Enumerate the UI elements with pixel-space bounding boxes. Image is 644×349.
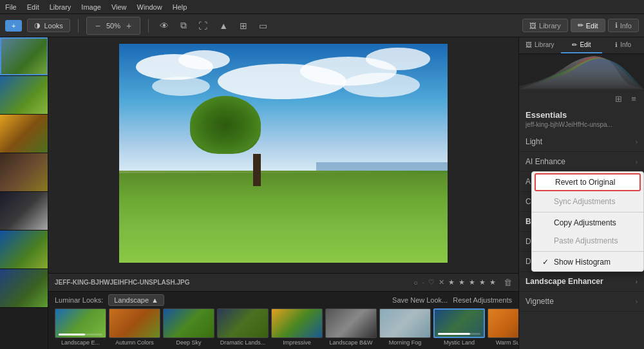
right-tab-info[interactable]: ℹ Info xyxy=(602,37,644,53)
menu-edit[interactable]: Edit xyxy=(27,3,39,11)
context-label-revert: Revert to Original xyxy=(555,178,615,187)
right-tab-library[interactable]: 🖼 Library xyxy=(519,37,561,53)
star-3[interactable]: ★ xyxy=(469,278,475,287)
panel-item-ai-enhance[interactable]: AI Enhance › xyxy=(519,152,644,172)
look-thumb-impressive xyxy=(271,308,323,338)
filmstrip-thumb-5[interactable] xyxy=(0,192,48,231)
context-menu-paste[interactable]: Paste Adjustments xyxy=(532,232,643,250)
filmstrip-thumb-1[interactable] xyxy=(0,37,48,76)
look-autumn[interactable]: Autumn Colors xyxy=(109,308,160,346)
menu-window[interactable]: Window xyxy=(137,3,162,11)
filmstrip-thumb-6[interactable] xyxy=(0,231,48,269)
category-dropdown[interactable]: Landscape ▲ xyxy=(108,294,164,306)
library-icon: 🖼 xyxy=(529,22,536,30)
add-button[interactable]: + xyxy=(5,20,22,32)
star-1[interactable]: ★ xyxy=(448,278,455,287)
plus-icon: + xyxy=(12,22,15,30)
info-icon: ℹ xyxy=(615,21,618,30)
info-tab-label: Info xyxy=(620,41,631,48)
library-tab-label: Library xyxy=(535,41,554,48)
eye-button[interactable]: 👁 xyxy=(156,19,172,32)
look-bw[interactable]: Landscape B&W xyxy=(325,308,377,346)
menu-file[interactable]: File xyxy=(5,3,17,11)
crop-button[interactable]: ⛶ xyxy=(195,19,211,32)
filmstrip-thumb-4[interactable] xyxy=(0,153,48,192)
zoom-minus-button[interactable]: − xyxy=(92,19,104,32)
context-menu-revert[interactable]: Revert to Original xyxy=(535,173,641,191)
star-4[interactable]: ★ xyxy=(479,278,486,287)
tab-edit[interactable]: ✏ Edit xyxy=(571,19,605,32)
save-new-look-button[interactable]: Save New Look... xyxy=(392,296,448,304)
zoom-plus-button[interactable]: + xyxy=(123,19,135,32)
look-impressive[interactable]: Impressive xyxy=(271,308,323,346)
sliders-icon[interactable]: ≡ xyxy=(627,92,640,105)
context-menu-sync[interactable]: Sync Adjustments xyxy=(532,193,643,211)
look-warm[interactable]: Warm Sunset xyxy=(488,308,518,346)
look-label-warm: Warm Sunset xyxy=(496,339,518,346)
circle-rating[interactable]: ○ xyxy=(413,279,418,287)
histogram xyxy=(519,54,644,90)
looks-strip: Luminar Looks: Landscape ▲ Save New Look… xyxy=(48,291,518,349)
menu-image[interactable]: Image xyxy=(81,3,101,11)
filmstrip-thumb-7[interactable] xyxy=(0,269,48,308)
look-label-mystic: Mystic Land xyxy=(444,339,475,346)
look-mystic[interactable]: Mystic Land xyxy=(433,308,485,346)
look-thumb-bw xyxy=(325,308,377,338)
look-landscape-e[interactable]: Landscape E... xyxy=(55,308,106,346)
look-dramatic[interactable]: Dramatic Lands... xyxy=(217,308,269,346)
edit-tab-icon: ✏ xyxy=(572,41,577,48)
look-fog[interactable]: Morning Fog xyxy=(379,308,431,346)
right-tab-edit[interactable]: ✏ Edit xyxy=(561,37,603,53)
look-label-deepsky: Deep Sky xyxy=(176,339,201,346)
context-menu-sep-1 xyxy=(532,212,643,212)
context-menu-sep-2 xyxy=(532,251,643,252)
chevron-icon: ▲ xyxy=(151,296,158,304)
filmstrip-thumb-2[interactable] xyxy=(0,76,48,115)
tree xyxy=(222,96,292,186)
context-menu-copy[interactable]: Copy Adjustments xyxy=(532,214,643,232)
context-label-sync: Sync Adjustments xyxy=(554,197,615,206)
look-thumb-warm xyxy=(488,308,518,338)
canvas-area xyxy=(48,37,518,273)
looks-button[interactable]: ◑ Looks xyxy=(27,19,70,32)
context-label-paste: Paste Adjustments xyxy=(554,236,618,245)
menu-view[interactable]: View xyxy=(111,3,127,11)
grid-button[interactable]: ⊞ xyxy=(236,19,251,32)
panel-item-landscape[interactable]: Landscape Enhancer › xyxy=(519,272,644,292)
heart-button[interactable]: ♡ xyxy=(428,278,435,287)
compare-button[interactable]: ⧉ xyxy=(177,19,190,32)
look-label-bw: Landscape B&W xyxy=(329,339,372,346)
reset-adjustments-button[interactable]: Reset Adjustments xyxy=(453,296,512,304)
look-thumb-mystic xyxy=(433,308,485,338)
layers-icon[interactable]: ⊞ xyxy=(612,92,625,105)
context-label-histogram: Show Histogram xyxy=(554,258,611,267)
context-menu-histogram[interactable]: ✓ Show Histogram xyxy=(532,253,643,271)
panel-item-vignette[interactable]: Vignette › xyxy=(519,292,644,312)
filmstrip-thumb-3[interactable] xyxy=(0,115,48,153)
tab-library[interactable]: 🖼 Library xyxy=(522,19,568,32)
right-panel-tabs: 🖼 Library ✏ Edit ℹ Info xyxy=(519,37,644,54)
main-image[interactable] xyxy=(119,44,448,263)
screen-button[interactable]: ▭ xyxy=(256,19,270,32)
stamp-button[interactable]: ▲ xyxy=(216,19,231,32)
separator-2 xyxy=(148,19,149,32)
star-2[interactable]: ★ xyxy=(459,278,465,287)
category-label: Landscape xyxy=(114,296,149,304)
edit-tab-label: Edit xyxy=(580,41,591,48)
menu-library[interactable]: Library xyxy=(50,3,71,11)
look-deep-sky[interactable]: Deep Sky xyxy=(163,308,214,346)
panel-filename: jeff-king-bjhWJeiHfHc-unspa... xyxy=(519,121,644,132)
looks-label: Looks xyxy=(44,22,62,30)
zoom-control: − 50% + xyxy=(86,17,140,35)
status-bar: JEFF-KING-BJHWJEIHFHC-UNSPLASH.JPG ○ - ♡… xyxy=(48,273,518,291)
looks-strip-header: Luminar Looks: Landscape ▲ Save New Look… xyxy=(48,292,518,308)
menu-help[interactable]: Help xyxy=(173,3,187,11)
star-5[interactable]: ★ xyxy=(489,278,496,287)
right-panel: 🖼 Library ✏ Edit ℹ Info xyxy=(518,37,644,349)
reject-button[interactable]: ✕ xyxy=(439,278,444,287)
tab-info[interactable]: ℹ Info xyxy=(608,19,639,32)
item-label-light: Light xyxy=(526,137,542,146)
panel-item-light[interactable]: Light › xyxy=(519,132,644,152)
delete-button[interactable]: 🗑 xyxy=(504,278,512,287)
look-thumb-landscape-e xyxy=(55,308,106,338)
